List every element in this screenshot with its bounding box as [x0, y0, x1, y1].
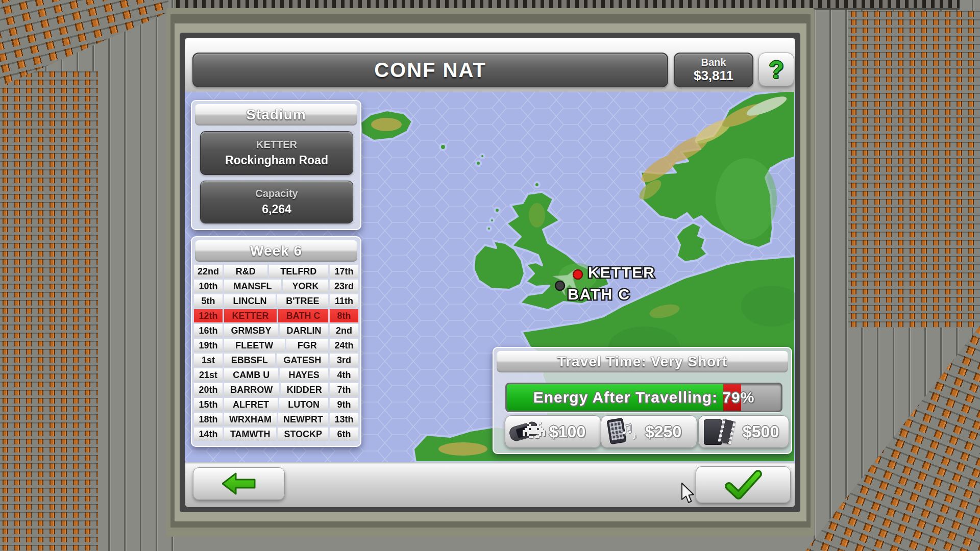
page-title: CONF NAT — [374, 59, 486, 82]
capacity-label: Capacity — [255, 188, 298, 199]
fixture-cell: 24th — [330, 339, 358, 352]
fixture-cell: 4th — [330, 368, 358, 382]
travel-option-games-button[interactable]: $100 — [505, 415, 601, 448]
stadium-panel: Stadium KETTER Rockingham Road Capacity … — [191, 100, 361, 230]
bank-label: Bank — [701, 57, 726, 68]
travel-option-movie-button[interactable]: $500 — [698, 415, 789, 448]
stadium-panel-header: Stadium — [195, 104, 357, 126]
travel-option-price: $500 — [743, 422, 779, 441]
fixture-cell: 14th — [194, 428, 223, 441]
fixture-cell: 23rd — [330, 280, 358, 293]
confirm-button[interactable] — [696, 466, 791, 503]
fixture-cell: NEWPRT — [278, 413, 328, 426]
fixture-cell: 9th — [330, 398, 358, 411]
stadium-panel-title: Stadium — [246, 107, 306, 123]
mouse-cursor — [681, 483, 695, 504]
fixture-cell: MANSFL — [224, 280, 281, 293]
capacity-value: 6,264 — [262, 203, 291, 216]
fixture-row: 21stCAMB UHAYES4th — [194, 368, 358, 382]
fixture-row: 10thMANSFLYORK23rd — [194, 280, 358, 293]
music-player-icon: ♫ ♪ — [605, 417, 643, 446]
fixture-row: 22ndR&DTELFRD17th — [194, 265, 358, 278]
fixture-cell: ALFRET — [224, 398, 278, 411]
fixture-cell: R&D — [224, 265, 267, 278]
fixture-cell: 20th — [194, 383, 223, 396]
fixture-cell: YORK — [283, 280, 328, 293]
help-button[interactable]: ? — [758, 53, 794, 86]
fixture-cell: TELFRD — [269, 265, 329, 278]
fixture-cell: 13th — [330, 413, 358, 426]
fixture-cell: 17th — [330, 265, 358, 278]
fixtures-panel-header: Week 6 — [195, 240, 357, 262]
fixture-cell: KETTER — [224, 309, 277, 322]
bank-value: $3,811 — [694, 68, 733, 83]
stadium-seats-right — [848, 11, 980, 328]
fixture-cell: 1st — [194, 354, 223, 367]
travel-panel: Travel Time: Very Short Energy After Tra… — [493, 347, 792, 454]
stadium-team: KETTER — [256, 139, 297, 151]
question-mark-icon: ? — [769, 56, 783, 84]
fixture-cell: CAMB U — [224, 368, 278, 382]
bank-box: Bank $3,811 — [674, 53, 753, 87]
stadium-capacity-box: Capacity 6,264 — [200, 181, 353, 223]
stadium-seats-left — [0, 71, 98, 551]
fixture-cell: LUTON — [279, 398, 328, 411]
fixture-row: 15thALFRETLUTON9th — [194, 398, 358, 411]
fixture-cell: B'TREE — [277, 294, 328, 308]
stadium-name-box: KETTER Rockingham Road — [200, 131, 353, 175]
fixture-cell: BARROW — [224, 383, 279, 396]
travel-option-price: $100 — [549, 422, 585, 441]
fixture-cell: 7th — [330, 383, 358, 396]
fixture-cell: 5th — [194, 294, 223, 308]
fixture-cell: WRXHAM — [224, 413, 277, 426]
fixture-cell: 2nd — [330, 324, 358, 337]
fixture-cell: KIDDER — [281, 383, 329, 396]
fixture-cell: EBBSFL — [224, 354, 275, 367]
fixture-cell: HAYES — [280, 368, 328, 382]
fixture-cell: 12th — [194, 309, 223, 322]
fixture-cell: 21st — [194, 368, 223, 382]
energy-bar-label: Energy After Travelling: 79% — [507, 384, 781, 411]
travel-time-title: Travel Time: Very Short — [557, 354, 728, 370]
fixture-cell: 19th — [194, 339, 223, 352]
fixture-row: 12thKETTERBATH C8th — [194, 309, 358, 322]
map-label-bathc: BATH C — [568, 286, 630, 303]
fixture-cell: 10th — [194, 280, 223, 293]
fixture-row: 20thBARROWKIDDER7th — [194, 383, 358, 396]
map-dot-ketter — [573, 270, 582, 279]
travel-option-price: $250 — [645, 422, 681, 441]
fixture-cell: 6th — [330, 428, 358, 441]
fixtures-panel-title: Week 6 — [250, 243, 302, 259]
fixture-cell: 22nd — [194, 265, 223, 278]
stadium-name: Rockingham Road — [225, 154, 328, 167]
fixture-row: 16thGRMSBYDARLIN2nd — [194, 324, 358, 337]
fixture-cell: LINCLN — [224, 294, 276, 308]
fixture-cell: 15th — [194, 398, 223, 411]
title-bar: CONF NAT — [192, 53, 668, 87]
fixture-row: 1stEBBSFLGATESH3rd — [194, 354, 358, 367]
fixture-cell: FLEETW — [224, 339, 285, 352]
fixture-cell: GRMSBY — [224, 324, 278, 337]
confirm-check-icon — [724, 470, 762, 499]
fixture-row: 18thWRXHAMNEWPRT13th — [194, 413, 358, 426]
handheld-console-invader-icon — [509, 417, 547, 446]
travel-option-music-button[interactable]: ♫ ♪ $250 — [601, 415, 697, 448]
fixtures-panel: Week 6 22ndR&DTELFRD17th10thMANSFLYORK23… — [191, 236, 361, 447]
fixture-cell: STOCKP — [278, 428, 328, 441]
fixture-cell: 3rd — [330, 354, 358, 367]
game-viewport: CONF NAT Bank $3,811 ? — [0, 0, 980, 551]
map-label-ketter: KETTER — [588, 264, 655, 281]
fixture-cell: 18th — [194, 413, 223, 426]
back-button[interactable] — [193, 467, 285, 500]
map-dot-bathc — [555, 281, 565, 290]
back-arrow-icon — [222, 472, 256, 495]
fixture-row: 5thLINCLNB'TREE11th — [194, 294, 358, 308]
movie-film-icon — [703, 417, 741, 446]
travel-panel-header: Travel Time: Very Short — [497, 351, 788, 372]
energy-bar: Energy After Travelling: 79% — [505, 383, 782, 412]
fixture-cell: GATESH — [277, 354, 328, 367]
fixture-cell: FGR — [286, 339, 329, 352]
fixture-cell: BATH C — [278, 309, 328, 322]
fixture-row: 14thTAMWTHSTOCKP6th — [194, 428, 358, 441]
fixture-row: 19thFLEETWFGR24th — [194, 339, 358, 352]
